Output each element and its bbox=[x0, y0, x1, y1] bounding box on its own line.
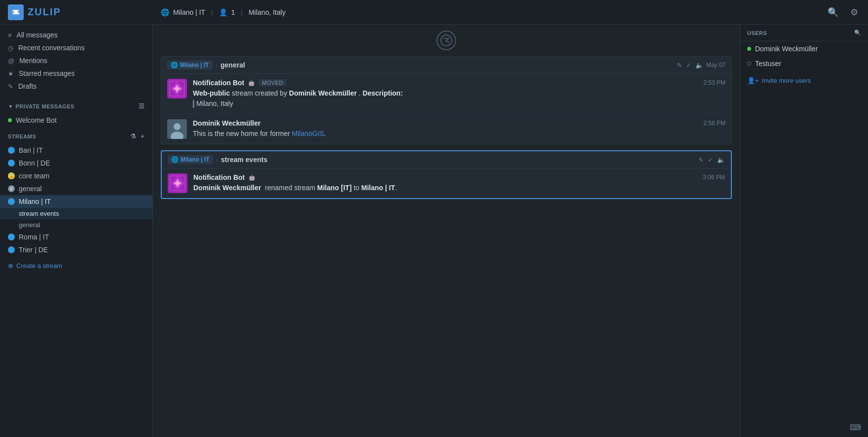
avatar-dominik bbox=[167, 119, 187, 139]
general-label: general bbox=[19, 185, 42, 193]
sidebar-item-trier-de[interactable]: 🌐 Trier | DE bbox=[0, 243, 152, 256]
core-team-icon: 🔒 bbox=[8, 172, 15, 179]
filter-streams-icon[interactable]: ⚗ bbox=[130, 133, 137, 140]
user-item-dominik[interactable]: Dominik Weckmüller bbox=[740, 41, 868, 56]
search-button[interactable]: 🔍 bbox=[826, 5, 840, 20]
dominik-online-dot bbox=[747, 47, 751, 51]
bot-icon-2: 🤖 bbox=[249, 174, 255, 181]
top-bar: ZULIP 🌐 Milano | IT | 👤 1 | Milano, Ital… bbox=[0, 0, 868, 25]
add-stream-icon[interactable]: + bbox=[141, 133, 145, 140]
group-se-topic[interactable]: stream events bbox=[221, 156, 267, 164]
sidebar-topic-general[interactable]: general bbox=[0, 219, 152, 231]
topbar-stream-info: 🌐 Milano | IT | 👤 1 | Milano, Italy bbox=[161, 8, 286, 16]
message-content-1: Notification Bot 🤖 MOVED 2:53 PM Web-pub… bbox=[193, 79, 725, 109]
zulip-z-icon bbox=[436, 31, 456, 50]
create-stream-label: Create a stream bbox=[16, 262, 62, 269]
message-content-2: Dominik Weckmüller 2:58 PM This is the n… bbox=[193, 119, 725, 139]
bari-it-icon: 🌐 bbox=[8, 147, 15, 154]
sidebar-item-mentions[interactable]: @ Mentions bbox=[0, 54, 152, 67]
group-stream-events-header: 🌐 Milano | IT › stream events ✎ ✓ 🔈 bbox=[162, 151, 731, 168]
group-se-stream: Milano | IT bbox=[181, 156, 210, 163]
content-area: 🌐 Milano | IT › general ✎ ✓ 🔈 May 07 bbox=[153, 25, 740, 437]
msg2-time: 2:58 PM bbox=[703, 120, 725, 127]
mute-icon-2[interactable]: 🔈 bbox=[717, 156, 725, 164]
sidebar-item-milano-it[interactable]: 🌐 Milano | IT bbox=[0, 195, 152, 208]
message-content-3: Notification Bot 🤖 3:06 PM Dominik Weckm… bbox=[193, 173, 725, 193]
mentions-icon: @ bbox=[8, 57, 14, 65]
drafts-icon: ✎ bbox=[8, 83, 13, 90]
sidebar-item-general[interactable]: # general bbox=[0, 182, 152, 195]
svg-rect-7 bbox=[176, 85, 178, 93]
sidebar-topic-stream-events[interactable]: stream events bbox=[0, 208, 152, 219]
right-panel-header: USERS 🔍 bbox=[740, 25, 868, 41]
group-se-stream-badge[interactable]: 🌐 Milano | IT bbox=[168, 155, 213, 164]
pm-actions: ☰ bbox=[139, 102, 145, 110]
starred-label: Starred messages bbox=[19, 69, 75, 77]
msg2-header-row: Dominik Weckmüller 2:58 PM bbox=[193, 119, 725, 127]
private-chat-welcome-bot[interactable]: Welcome Bot bbox=[0, 114, 152, 127]
create-stream-plus-icon: ⊕ bbox=[8, 262, 13, 269]
sidebar-item-all-messages[interactable]: ≡ All messages bbox=[0, 29, 152, 41]
all-messages-icon: ≡ bbox=[8, 32, 12, 39]
welcome-bot-label: Welcome Bot bbox=[16, 116, 57, 124]
group-general-stream-badge[interactable]: 🌐 Milano | IT bbox=[167, 61, 213, 69]
pm-menu-icon[interactable]: ☰ bbox=[139, 102, 145, 110]
bonn-de-label: Bonn | DE bbox=[19, 159, 50, 167]
keyboard-shortcuts-button[interactable]: ⌨ bbox=[843, 88, 868, 437]
users-label: USERS bbox=[747, 30, 767, 36]
group-general-stream: Milano | IT bbox=[180, 62, 209, 68]
create-stream-link[interactable]: ⊕ Create a stream bbox=[0, 258, 152, 273]
globe-icon: 🌐 bbox=[161, 8, 169, 16]
edit-topic-icon-2[interactable]: ✎ bbox=[698, 156, 704, 164]
sidebar-item-starred[interactable]: ★ Starred messages bbox=[0, 67, 152, 80]
sidebar-item-drafts[interactable]: ✎ Drafts bbox=[0, 80, 152, 93]
sender-name-3: Notification Bot bbox=[193, 173, 245, 181]
topbar-divider1: | bbox=[211, 8, 213, 16]
core-team-label: core team bbox=[19, 172, 49, 180]
msg3-time: 3:06 PM bbox=[703, 174, 725, 181]
globe-badge-icon: 🌐 bbox=[171, 62, 178, 68]
user-icon: 👤 bbox=[219, 8, 227, 16]
message-row-2: Dominik Weckmüller 2:58 PM This is the n… bbox=[161, 114, 731, 144]
topbar-location: Milano, Italy bbox=[249, 8, 286, 16]
check-icon-2[interactable]: ✓ bbox=[708, 156, 713, 164]
check-icon[interactable]: ✓ bbox=[686, 62, 691, 69]
sidebar-item-recent-conversations[interactable]: ◷ Recent conversations bbox=[0, 41, 152, 54]
group-general-topic[interactable]: general bbox=[220, 61, 245, 69]
main-layout: ≡ All messages ◷ Recent conversations @ … bbox=[0, 25, 868, 437]
recent-icon: ◷ bbox=[8, 44, 13, 52]
sidebar-item-core-team[interactable]: 🔒 core team bbox=[0, 169, 152, 182]
star-icon: ★ bbox=[8, 70, 14, 77]
sidebar-item-bari-it[interactable]: 🌐 Bari | IT bbox=[0, 144, 152, 157]
stream-events-label: stream events bbox=[19, 210, 59, 217]
milanogis-link[interactable]: MilanoGIS bbox=[292, 130, 324, 137]
msg1-header-row: Notification Bot 🤖 MOVED 2:53 PM bbox=[193, 79, 725, 87]
collapse-pm-icon[interactable]: ▼ bbox=[8, 103, 13, 109]
msg3-header-row: Notification Bot 🤖 3:06 PM bbox=[193, 173, 725, 181]
users-search-button[interactable]: 🔍 bbox=[854, 30, 862, 36]
roma-it-label: Roma | IT bbox=[19, 233, 49, 241]
milano-it-icon: 🌐 bbox=[8, 198, 15, 205]
private-messages-label: PRIVATE MESSAGES bbox=[15, 103, 74, 109]
logo-area: ZULIP bbox=[0, 4, 153, 20]
edit-topic-icon[interactable]: ✎ bbox=[677, 62, 682, 69]
user-item-testuser[interactable]: Testuser bbox=[740, 56, 868, 71]
topbar-middle: 🌐 Milano | IT | 👤 1 | Milano, Italy bbox=[153, 8, 826, 16]
mute-icon[interactable]: 🔈 bbox=[695, 62, 703, 69]
sender-name-1: Notification Bot bbox=[193, 79, 244, 87]
topbar-divider2: | bbox=[241, 8, 243, 16]
settings-button[interactable]: ⚙ bbox=[848, 5, 860, 20]
sidebar-nav: ≡ All messages ◷ Recent conversations @ … bbox=[0, 25, 152, 97]
topbar-user-count: 1 bbox=[231, 8, 235, 16]
sidebar-item-bonn-de[interactable]: 🌐 Bonn | DE bbox=[0, 157, 152, 169]
right-panel: USERS 🔍 Dominik Weckmüller Testuser 👤+ I… bbox=[740, 25, 868, 437]
message-row-3: Notification Bot 🤖 3:06 PM Dominik Weckm… bbox=[162, 168, 731, 198]
group-general-date: May 07 bbox=[706, 62, 725, 68]
moved-badge-1: MOVED bbox=[259, 79, 286, 86]
bot-icon-1: 🤖 bbox=[248, 80, 255, 86]
topbar-stream-name: Milano | IT bbox=[173, 8, 205, 16]
message-group-stream-events: 🌐 Milano | IT › stream events ✎ ✓ 🔈 bbox=[161, 150, 732, 199]
sidebar-item-roma-it[interactable]: 🌐 Roma | IT bbox=[0, 231, 152, 243]
testuser-offline-dot bbox=[747, 62, 751, 66]
invite-more-users-link[interactable]: 👤+ Invite more users bbox=[740, 73, 868, 88]
